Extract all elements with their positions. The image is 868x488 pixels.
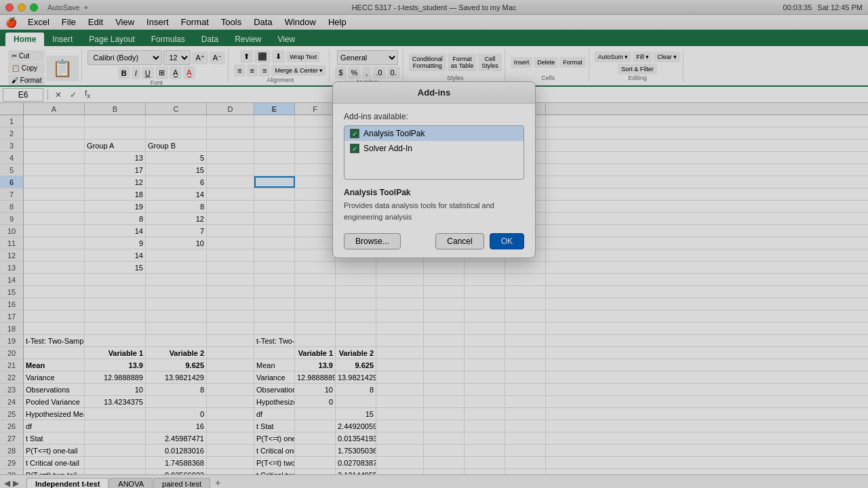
addin-checkbox-solver[interactable]: ✓ (350, 144, 359, 153)
cell-H13[interactable] (376, 262, 424, 273)
bold-button[interactable]: B (118, 67, 130, 79)
cell-C24[interactable] (146, 396, 207, 407)
cell-D20[interactable] (207, 347, 254, 359)
cell-I20[interactable] (424, 347, 465, 359)
tab-independent-ttest[interactable]: Independent t-test (26, 478, 108, 488)
menu-format[interactable]: Format (176, 16, 214, 28)
tab-page-layout[interactable]: Page Layout (81, 33, 142, 46)
cell-G15[interactable] (336, 286, 376, 298)
cell-C30[interactable]: 0.02566032 (146, 469, 207, 474)
cell-G27[interactable]: 0.01354193 (336, 432, 376, 444)
cell-G14[interactable] (336, 274, 376, 285)
cell-D19[interactable] (207, 335, 254, 346)
cell-D26[interactable] (207, 420, 254, 432)
cell-F26[interactable] (295, 420, 336, 432)
font-size-select[interactable]: 12 (163, 50, 191, 65)
menu-file[interactable]: File (56, 16, 81, 28)
cell-G17[interactable] (336, 310, 376, 322)
cell-F14[interactable] (295, 274, 336, 285)
cell-D17[interactable] (207, 310, 254, 322)
cell-E1[interactable] (254, 115, 295, 127)
cell-J28[interactable] (465, 445, 505, 456)
border-button[interactable]: ⊞ (155, 66, 168, 79)
cell-B5[interactable]: 17 (85, 164, 146, 176)
cell-E2[interactable] (254, 127, 295, 139)
menu-data[interactable]: Data (248, 16, 277, 28)
cell-B29[interactable] (85, 457, 146, 468)
cell-E17[interactable] (254, 310, 295, 322)
cell-E18[interactable] (254, 323, 295, 334)
apple-menu[interactable]: 🍎 (5, 17, 17, 28)
cell-G25[interactable]: 15 (336, 408, 376, 420)
menu-tools[interactable]: Tools (216, 16, 247, 28)
cell-A14[interactable] (24, 274, 85, 285)
wrap-text-button[interactable]: Wrap Text (286, 52, 320, 62)
cell-I29[interactable] (424, 457, 465, 468)
cell-A9[interactable] (24, 213, 85, 224)
cell-E28[interactable]: t Critical one-tail (254, 445, 295, 456)
menu-edit[interactable]: Edit (83, 16, 108, 28)
italic-button[interactable]: I (132, 67, 140, 79)
cell-H14[interactable] (376, 274, 424, 285)
cell-B26[interactable] (85, 420, 146, 432)
cell-B2[interactable] (85, 127, 146, 139)
cell-J27[interactable] (465, 432, 505, 444)
cell-H17[interactable] (376, 310, 424, 322)
cell-G19[interactable] (336, 335, 376, 346)
cell-A8[interactable] (24, 201, 85, 212)
cell-E7[interactable] (254, 188, 295, 200)
addin-item-solver[interactable]: ✓ Solver Add-In (344, 141, 524, 156)
currency-button[interactable]: $ (335, 66, 346, 79)
cell-I17[interactable] (424, 310, 465, 322)
cell-C25[interactable]: 0 (146, 408, 207, 420)
minimize-button[interactable] (18, 3, 26, 12)
cell-F20[interactable]: Variable 1 (295, 347, 336, 359)
cell-H18[interactable] (376, 323, 424, 334)
cell-F18[interactable] (295, 323, 336, 334)
cell-J29[interactable] (465, 457, 505, 468)
cell-F25[interactable] (295, 408, 336, 420)
cell-E6[interactable] (254, 176, 295, 188)
cell-A17[interactable] (24, 310, 85, 322)
cell-B22[interactable]: 12.9888889 (85, 371, 146, 383)
cell-K20[interactable] (505, 347, 546, 359)
tab-review[interactable]: Review (226, 33, 269, 46)
cell-C17[interactable] (146, 310, 207, 322)
cell-A30[interactable]: P(T<=t) two-tail (24, 469, 85, 474)
cell-F27[interactable] (295, 432, 336, 444)
tab-home[interactable]: Home (5, 33, 44, 46)
cell-D8[interactable] (207, 201, 254, 212)
cell-A6[interactable] (24, 176, 85, 188)
percent-button[interactable]: % (348, 66, 361, 79)
cell-H23[interactable] (376, 384, 424, 395)
cell-D22[interactable] (207, 371, 254, 383)
cell-F23[interactable]: 10 (295, 384, 336, 395)
cell-C7[interactable]: 14 (146, 188, 207, 200)
align-left-button[interactable]: ≡ (234, 64, 245, 77)
cell-E21[interactable]: Mean (254, 359, 295, 371)
font-family-select[interactable]: Calibri (Body) (87, 50, 162, 65)
cell-B4[interactable]: 13 (85, 152, 146, 163)
cell-F17[interactable] (295, 310, 336, 322)
cell-F5[interactable] (295, 164, 336, 176)
cell-G28[interactable]: 1.75305036 (336, 445, 376, 456)
cell-I15[interactable] (424, 286, 465, 298)
cell-G20[interactable]: Variable 2 (336, 347, 376, 359)
cell-H25[interactable] (376, 408, 424, 420)
col-header-a[interactable]: A (24, 103, 85, 115)
cell-D18[interactable] (207, 323, 254, 334)
cell-C15[interactable] (146, 286, 207, 298)
cell-C28[interactable]: 0.01283016 (146, 445, 207, 456)
cell-I24[interactable] (424, 396, 465, 407)
cell-E11[interactable] (254, 237, 295, 249)
cell-A13[interactable] (24, 262, 85, 273)
clear-button[interactable]: Clear ▾ (654, 52, 680, 62)
cell-J16[interactable] (465, 298, 505, 310)
cell-A24[interactable]: Pooled Variance (24, 396, 85, 407)
cell-C27[interactable]: 2.45987471 (146, 432, 207, 444)
cell-A4[interactable] (24, 152, 85, 163)
cell-A26[interactable]: df (24, 420, 85, 432)
conditional-formatting-button[interactable]: ConditionalFormatting (409, 54, 446, 71)
cell-J19[interactable] (465, 335, 505, 346)
cell-E4[interactable] (254, 152, 295, 163)
